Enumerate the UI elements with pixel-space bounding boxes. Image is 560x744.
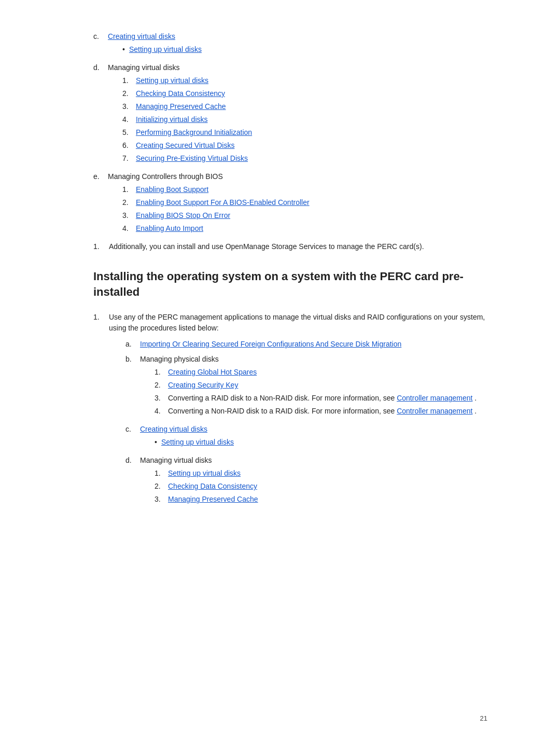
section-item-1: Use any of the PERC management applicati… [93, 312, 487, 512]
b-num-4: 4. [155, 406, 164, 417]
item-c-text: Creating virtual disks Setting up virtua… [108, 31, 487, 58]
link-setting-up-virtual-disks-2[interactable]: Setting up virtual disks [161, 438, 234, 446]
main-item-5: Additionally, you can install and use Op… [93, 241, 487, 252]
link-initializing-virtual-disks[interactable]: Initializing virtual disks [136, 115, 208, 123]
e-item-4: 4. Enabling Auto Import [122, 223, 487, 234]
alpha-c: c. [93, 31, 103, 42]
section-item-1-text: Use any of the PERC management applicati… [109, 312, 487, 512]
sec-d-item-1: 1. Setting up virtual disks [155, 468, 487, 479]
link-enabling-boot-support[interactable]: Enabling Boot Support [136, 185, 208, 194]
e-item-2: 2. Enabling Boot Support For A BIOS-Enab… [122, 197, 487, 208]
sec-d-item-2: 2. Checking Data Consistency [155, 481, 487, 492]
b-item-3-post: . [474, 394, 477, 402]
d-item-2: 2. Checking Data Consistency [122, 88, 487, 99]
sec-item-b: b. Managing physical disks 1. Creating G… [125, 354, 487, 420]
d-item-4: 4. Initializing virtual disks [122, 114, 487, 125]
d-num-1: 1. [122, 75, 132, 86]
sec-d-num-1: 1. [155, 468, 164, 479]
b-item-2: 2. Creating Security Key [155, 380, 487, 391]
bullet-setting-up-1: Setting up virtual disks [122, 44, 487, 55]
link-managing-preserved-cache-1[interactable]: Managing Preserved Cache [136, 102, 226, 111]
item-c: c. Creating virtual disks Setting up vir… [93, 31, 487, 58]
b-num-2: 2. [155, 380, 164, 391]
b-item-4: 4. Converting a Non-RAID disk to a RAID … [155, 406, 487, 417]
link-creating-secured-virtual-disks[interactable]: Creating Secured Virtual Disks [136, 141, 234, 149]
b-item-3: 3. Converting a RAID disk to a Non-RAID … [155, 393, 487, 404]
item-e: e. Managing Controllers through BIOS 1. … [93, 171, 487, 237]
d-num-7: 7. [122, 153, 132, 164]
sec-alpha-d: d. [125, 455, 135, 466]
link-checking-data-consistency-1[interactable]: Checking Data Consistency [136, 89, 225, 98]
d-num-6: 6. [122, 140, 132, 151]
main-item-5-text: Additionally, you can install and use Op… [109, 241, 487, 252]
d-num-4: 4. [122, 114, 132, 125]
link-creating-virtual-disks-2[interactable]: Creating virtual disks [140, 425, 207, 433]
alpha-e: e. [93, 171, 103, 182]
sec-item-b-text: Managing physical disks 1. Creating Glob… [140, 354, 487, 420]
e-num-4: 4. [122, 223, 132, 234]
sec-alpha-a: a. [125, 339, 135, 350]
link-checking-data-consistency-2[interactable]: Checking Data Consistency [168, 482, 257, 490]
e-num-2: 2. [122, 197, 132, 208]
d-item-5: 5. Performing Background Initialization [122, 127, 487, 138]
sec-d-num-3: 3. [155, 494, 164, 505]
item-d: d. Managing virtual disks 1. Setting up … [93, 62, 487, 167]
b-item-4-pre: Converting a Non-RAID disk to a RAID dis… [168, 407, 397, 415]
link-controller-mgmt-1[interactable]: Controller management [397, 394, 472, 402]
link-controller-mgmt-2[interactable]: Controller management [397, 407, 472, 415]
d-item-3: 3. Managing Preserved Cache [122, 101, 487, 112]
b-item-1: 1. Creating Global Hot Spares [155, 367, 487, 378]
sec-item-a: a. Importing Or Clearing Secured Foreign… [125, 339, 487, 350]
section-heading: Installing the operating system on a sys… [93, 269, 487, 299]
sec-item-d: d. Managing virtual disks 1. Setting up … [125, 455, 487, 508]
sec-alpha-c: c. [125, 424, 135, 435]
link-importing-clearing[interactable]: Importing Or Clearing Secured Foreign Co… [140, 340, 401, 348]
b-num-1: 1. [155, 367, 164, 378]
sec-d-item-3: 3. Managing Preserved Cache [155, 494, 487, 505]
d-num-3: 3. [122, 101, 132, 112]
link-setting-up-virtual-disks-1[interactable]: Setting up virtual disks [129, 45, 202, 53]
page-number: 21 [480, 713, 487, 724]
sec-d-num-2: 2. [155, 481, 164, 492]
sec-item-d-text: Managing virtual disks 1. Setting up vir… [140, 455, 487, 508]
link-securing-pre-existing[interactable]: Securing Pre-Existing Virtual Disks [136, 154, 248, 162]
e-item-3: 3. Enabling BIOS Stop On Error [122, 210, 487, 221]
section-item-1-para: Use any of the PERC management applicati… [109, 313, 485, 332]
e-num-1: 1. [122, 184, 132, 195]
link-performing-background-init[interactable]: Performing Background Initialization [136, 128, 252, 136]
managing-physical-disks-label: Managing physical disks [140, 355, 219, 363]
link-enabling-auto-import[interactable]: Enabling Auto Import [136, 224, 203, 232]
e-num-3: 3. [122, 210, 132, 221]
managing-controllers-label: Managing Controllers through BIOS [108, 172, 223, 181]
b-item-3-pre: Converting a RAID disk to a Non-RAID dis… [168, 394, 397, 402]
managing-virtual-disks-label-1: Managing virtual disks [108, 63, 180, 72]
d-num-2: 2. [122, 88, 132, 99]
b-item-4-post: . [474, 407, 477, 415]
d-item-7: 7. Securing Pre-Existing Virtual Disks [122, 153, 487, 164]
link-managing-preserved-cache-2[interactable]: Managing Preserved Cache [168, 495, 258, 503]
item-d-text: Managing virtual disks 1. Setting up vir… [108, 62, 487, 167]
d-item-6: 6. Creating Secured Virtual Disks [122, 140, 487, 151]
d-num-5: 5. [122, 127, 132, 138]
b-num-3: 3. [155, 393, 164, 404]
item-e-text: Managing Controllers through BIOS 1. Ena… [108, 171, 487, 237]
alpha-d: d. [93, 62, 103, 73]
managing-virtual-disks-label-2: Managing virtual disks [140, 456, 212, 464]
d-item-1: 1. Setting up virtual disks [122, 75, 487, 86]
link-enabling-boot-support-bios[interactable]: Enabling Boot Support For A BIOS-Enabled… [136, 198, 310, 206]
link-enabling-bios-stop-error[interactable]: Enabling BIOS Stop On Error [136, 211, 230, 219]
sec-item-c: c. Creating virtual disks Setting up vir… [125, 424, 487, 451]
e-item-1: 1. Enabling Boot Support [122, 184, 487, 195]
sec-bullet-setting-up: Setting up virtual disks [155, 437, 487, 448]
page-content: c. Creating virtual disks Setting up vir… [0, 0, 560, 744]
link-setting-up-sec-d1[interactable]: Setting up virtual disks [168, 469, 241, 477]
sec-alpha-b: b. [125, 354, 135, 365]
link-creating-global-hot-spares[interactable]: Creating Global Hot Spares [168, 368, 257, 376]
link-setting-up-virtual-disks-d1[interactable]: Setting up virtual disks [136, 76, 208, 85]
link-creating-security-key[interactable]: Creating Security Key [168, 381, 238, 389]
link-creating-virtual-disks-1[interactable]: Creating virtual disks [108, 32, 175, 40]
